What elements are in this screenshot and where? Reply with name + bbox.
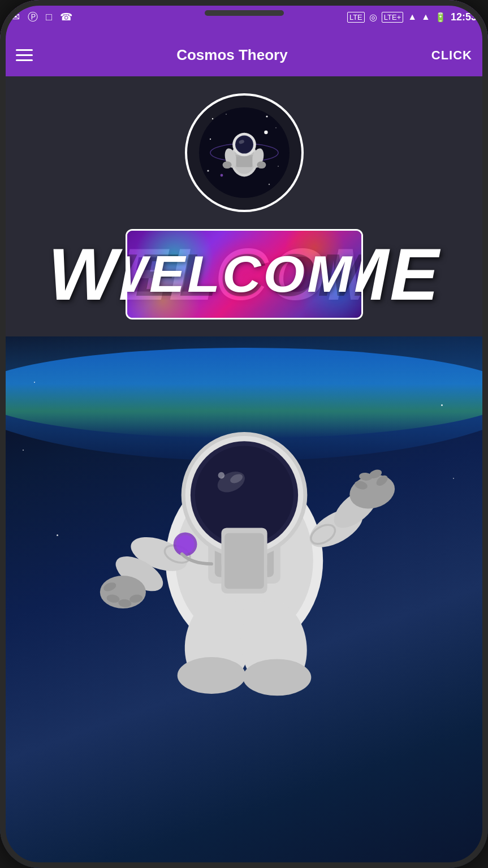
floating-astronaut [80,370,408,698]
astronaut-small-svg [199,107,290,198]
status-bar: ✉ Ⓟ □ ☎ LTE ◎ LTE+ ▲ ▲ 🔋 12:53 [0,0,488,34]
hamburger-line2 [16,54,33,56]
svg-rect-59 [224,533,264,589]
svg-point-23 [220,174,223,177]
hamburger-line1 [16,49,33,51]
svg-point-61 [176,535,194,553]
svg-point-15 [236,136,252,153]
status-bar-right: LTE ◎ LTE+ ▲ ▲ 🔋 12:53 [347,11,477,23]
pinterest-icon: Ⓟ [28,10,38,24]
click-button[interactable]: CLICK [431,48,472,63]
lte-icon: LTE [347,12,365,23]
space-hero-section [0,336,488,868]
hamburger-line3 [16,59,33,61]
star1 [34,382,35,383]
star5 [57,534,58,536]
svg-point-3 [266,115,267,117]
battery-icon: 🔋 [435,12,446,23]
signal2-icon: ▲ [421,12,430,22]
status-bar-left: ✉ Ⓟ □ ☎ [11,10,72,24]
app-bar: Cosmos Theory CLICK [0,34,488,76]
phone-shell: ✉ Ⓟ □ ☎ LTE ◎ LTE+ ▲ ▲ 🔋 12:53 Cosm [0,0,488,868]
welcome-text: WELCOME [126,245,363,304]
status-time: 12:53 [451,11,477,23]
svg-point-55 [243,659,311,696]
svg-point-4 [275,127,277,128]
welcome-banner: WELCOME WELCOME [126,229,363,319]
welcome-section: WELCOME WELCOME WELCOME [0,223,488,336]
svg-point-5 [209,139,210,140]
astronaut-circle [185,93,304,212]
star2 [441,404,443,406]
svg-point-20 [257,161,266,169]
svg-point-19 [222,161,231,169]
svg-point-1 [211,118,213,119]
menu-button[interactable] [16,49,33,61]
svg-point-7 [207,170,209,171]
whatsapp-icon: ✉ [11,11,20,23]
screen: ✉ Ⓟ □ ☎ LTE ◎ LTE+ ▲ ▲ 🔋 12:53 Cosm [0,0,488,868]
star3 [23,450,24,451]
viber-icon: ☎ [60,11,72,23]
astronaut-hero-svg [80,370,408,698]
svg-point-8 [268,184,269,185]
main-content: WELCOME WELCOME WELCOME [0,76,488,868]
svg-rect-21 [236,156,252,167]
svg-point-62 [218,472,224,479]
svg-point-54 [177,657,245,694]
svg-point-2 [226,114,227,115]
star4 [453,478,454,479]
signal1-icon: ▲ [408,12,417,22]
app-title: Cosmos Theory [176,46,288,64]
astronaut-logo-section [0,76,488,223]
wifi-icon: ◎ [369,12,377,23]
lte-plus-icon: LTE+ [382,12,403,23]
svg-point-22 [264,131,267,134]
instagram-icon: □ [46,11,52,23]
notch [205,10,284,16]
svg-point-6 [278,166,279,167]
